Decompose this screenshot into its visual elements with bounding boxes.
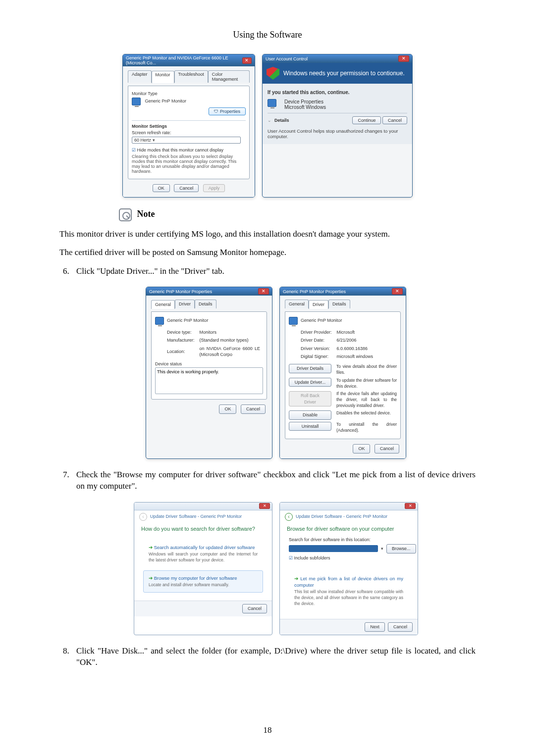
device-name: Generic PnP Monitor: [301, 318, 342, 323]
page-number: 18: [0, 725, 535, 735]
monitor-type-label: Monitor Type: [132, 91, 246, 96]
monitor-icon: [289, 317, 298, 325]
shield-icon: [267, 67, 279, 80]
document-page: Using the Software Generic PnP Monitor a…: [0, 0, 535, 756]
uninstall-desc: To uninstall the driver (Advanced).: [336, 422, 397, 433]
tab-adapter[interactable]: Adapter: [128, 70, 152, 83]
apply-button: Apply: [203, 184, 225, 192]
step-7: Check the "Browse my computer for driver…: [71, 469, 476, 635]
figure-row-2: Generic PnP Monitor Properties ✕ General…: [76, 287, 476, 458]
option-title: Let me pick from a list of device driver…: [294, 575, 403, 588]
device-name: Generic PnP Monitor: [167, 318, 208, 323]
refresh-rate-label: Screen refresh rate:: [132, 130, 246, 135]
disable-button[interactable]: Disable: [289, 410, 331, 419]
cancel-button[interactable]: Cancel: [382, 116, 407, 124]
roll-back-desc: If the device fails after updating the d…: [336, 391, 397, 408]
step-7-text: Check the "Browse my computer for driver…: [76, 470, 476, 491]
ok-button[interactable]: OK: [353, 444, 370, 453]
paragraph-2: The certified driver will be posted on S…: [59, 247, 476, 258]
manufacturer-label: Manufacturer:: [165, 337, 197, 344]
signer-value: microsoft windows: [335, 353, 375, 360]
version-label: Driver Version:: [299, 345, 334, 352]
date-value: 6/21/2006: [335, 337, 375, 344]
step-6-text: Click "Update Driver..." in the "Driver"…: [76, 266, 224, 276]
details-toggle[interactable]: Details: [274, 118, 289, 123]
location-combobox[interactable]: [289, 545, 378, 552]
update-driver-desc: To update the driver software for this d…: [336, 378, 397, 389]
driver-details-desc: To view details about the driver files.: [336, 364, 397, 375]
date-label: Driver Date:: [299, 337, 334, 344]
let-me-pick-option[interactable]: Let me pick from a list of device driver…: [289, 571, 409, 611]
provider-label: Driver Provider:: [299, 329, 334, 336]
step-8: Click "Have Disk..." and select the fold…: [71, 645, 476, 668]
monitor-icon: [132, 98, 141, 105]
cancel-button[interactable]: Cancel: [174, 184, 199, 192]
uninstall-button[interactable]: Uninstall: [289, 422, 331, 431]
include-subfolders-checkbox[interactable]: Include subfolders: [289, 555, 409, 561]
cancel-button[interactable]: Cancel: [242, 604, 267, 613]
program-icon: [268, 99, 276, 107]
tab-general[interactable]: General: [151, 300, 175, 308]
cancel-button[interactable]: Cancel: [388, 622, 413, 631]
chevron-down-icon[interactable]: ▾: [381, 546, 383, 552]
close-icon[interactable]: ✕: [242, 57, 252, 64]
browse-my-computer-option[interactable]: Browse my computer for driver software L…: [143, 570, 263, 593]
next-button[interactable]: Next: [365, 622, 385, 631]
close-icon[interactable]: ✕: [392, 288, 403, 295]
figure-row-1: Generic PnP Monitor and NVIDIA GeForce 6…: [59, 54, 476, 198]
tab-details[interactable]: Details: [328, 300, 350, 308]
wizard-heading: Browse for driver software on your compu…: [280, 523, 418, 534]
tab-details[interactable]: Details: [195, 300, 216, 308]
option-title: Browse my computer for driver software: [149, 575, 258, 581]
tab-troubleshoot[interactable]: Troubleshoot: [174, 70, 208, 83]
provider-value: Microsoft: [335, 329, 375, 336]
disable-desc: Disables the selected device.: [336, 410, 397, 416]
location-value: on NVIDIA GeForce 6600 LE (Microsoft Cor…: [198, 345, 262, 358]
ok-button[interactable]: OK: [153, 184, 170, 192]
uac-item-title: Device Properties: [284, 99, 326, 104]
device-properties-driver: Generic PnP Monitor Properties ✕ General…: [279, 287, 406, 458]
note-icon: [119, 208, 132, 221]
window-title: Generic PnP Monitor Properties: [283, 289, 346, 295]
window-title: Generic PnP Monitor and NVIDIA GeForce 6…: [126, 55, 242, 65]
titlebar: User Account Control ✕: [263, 54, 412, 63]
window-title: User Account Control: [266, 56, 308, 61]
tab-driver[interactable]: Driver: [175, 300, 195, 308]
option-desc: This list will show installed driver sof…: [294, 589, 403, 606]
close-icon[interactable]: ✕: [259, 503, 270, 509]
note-label: Note: [137, 209, 155, 219]
step-6: Click "Update Driver..." in the "Driver"…: [71, 265, 476, 459]
uac-headline: Windows needs your permission to contion…: [263, 63, 412, 84]
running-header: Using the Software: [59, 30, 476, 40]
devtype-value: Monitors: [198, 329, 262, 336]
ok-button[interactable]: OK: [219, 404, 236, 413]
browse-button[interactable]: Browse...: [386, 544, 416, 553]
search-automatically-option[interactable]: Search automatically for updated driver …: [143, 540, 263, 568]
tab-driver[interactable]: Driver: [309, 300, 328, 308]
roll-back-button: Roll Back Driver: [289, 391, 331, 406]
close-icon[interactable]: ✕: [258, 288, 269, 295]
cancel-button[interactable]: Cancel: [374, 444, 399, 453]
tab-general[interactable]: General: [285, 300, 309, 308]
close-icon[interactable]: ✕: [398, 55, 409, 62]
tab-color-management[interactable]: Color Management: [208, 70, 250, 83]
driver-details-button[interactable]: Driver Details: [289, 364, 331, 373]
close-icon[interactable]: ✕: [405, 503, 416, 509]
titlebar: Generic PnP Monitor Properties ✕: [280, 287, 406, 296]
chevron-down-icon[interactable]: ⌄: [268, 118, 271, 123]
continue-button[interactable]: Continue: [352, 116, 381, 124]
wizard-heading: How do you want to search for driver sof…: [134, 523, 272, 534]
monitor-type-text: Generic PnP Monitor: [145, 99, 186, 103]
device-properties-general: Generic PnP Monitor Properties ✕ General…: [146, 287, 272, 458]
back-icon[interactable]: ‹: [285, 513, 293, 521]
hide-modes-checkbox[interactable]: Hide modes that this monitor cannot disp…: [132, 148, 246, 152]
titlebar: Generic PnP Monitor Properties ✕: [146, 287, 272, 296]
properties-button[interactable]: 🛡 Properties: [209, 107, 246, 115]
refresh-rate-dropdown[interactable]: 60 Hertz: [132, 137, 241, 144]
cancel-button[interactable]: Cancel: [241, 404, 266, 413]
location-label: Location:: [165, 345, 197, 358]
properties-button-label: Properties: [220, 109, 240, 114]
step-8-text: Click "Have Disk..." and select the fold…: [76, 646, 476, 667]
update-driver-button[interactable]: Update Driver...: [289, 378, 331, 387]
tab-monitor[interactable]: Monitor: [152, 71, 174, 83]
